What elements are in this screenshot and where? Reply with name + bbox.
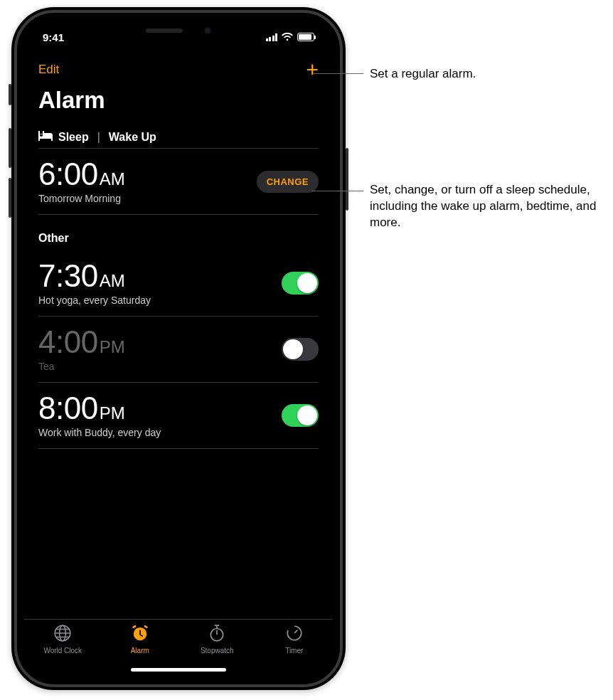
alarm-time: 8:00	[38, 391, 98, 425]
alarm-subtitle: Tea	[38, 361, 125, 372]
alarm-ampm: PM	[100, 403, 125, 423]
callout-leader-line	[314, 73, 363, 74]
alarm-subtitle: Work with Buddy, every day	[38, 427, 161, 438]
notch	[111, 20, 246, 41]
svg-rect-3	[132, 625, 137, 629]
battery-icon	[297, 33, 314, 41]
mute-switch[interactable]	[9, 84, 11, 105]
sleep-wake-ampm: AM	[100, 169, 125, 189]
alarm-time: 7:30	[38, 258, 98, 293]
world-clock-icon	[53, 624, 72, 644]
callout-add: Set a regular alarm.	[370, 66, 476, 83]
bed-icon	[38, 131, 53, 144]
cellular-signal-icon	[266, 33, 278, 41]
alarm-time: 4:00	[38, 324, 98, 359]
phone-frame: 9:41 Edit + Alarm S	[11, 7, 346, 690]
alarm-row: 7:30AM Hot yoga, every Saturday	[38, 250, 319, 317]
sleep-section-header: Sleep | Wake Up	[38, 121, 319, 149]
svg-rect-4	[144, 625, 148, 629]
alarm-row: 8:00PM Work with Buddy, every day	[38, 383, 319, 449]
change-button[interactable]: CHANGE	[257, 171, 319, 193]
tab-label: Timer	[285, 647, 303, 654]
tab-label: Stopwatch	[201, 647, 234, 654]
alarm-ampm: AM	[100, 271, 125, 290]
nav-bar: Edit +	[24, 54, 333, 85]
alarm-toggle[interactable]	[282, 404, 319, 427]
sleep-header-left: Sleep	[58, 131, 89, 144]
front-camera	[204, 27, 211, 34]
volume-up-button[interactable]	[9, 128, 11, 168]
sleep-header-right: Wake Up	[109, 131, 156, 144]
edit-button[interactable]: Edit	[38, 63, 59, 77]
volume-down-button[interactable]	[9, 178, 11, 218]
timer-icon	[285, 624, 304, 644]
alarm-clock-icon	[131, 624, 149, 644]
sleep-wake-subtitle: Tomorrow Morning	[38, 193, 125, 204]
page-title: Alarm	[24, 85, 333, 121]
screen: 9:41 Edit + Alarm S	[24, 20, 333, 677]
callout-change: Set, change, or turn off a sleep schedul…	[370, 182, 612, 231]
alarm-toggle[interactable]	[282, 272, 319, 295]
sleep-wake-time: 6:00	[38, 157, 98, 191]
tab-world-clock[interactable]: World Clock	[24, 624, 102, 677]
wifi-icon	[282, 31, 293, 43]
add-button[interactable]: +	[306, 59, 319, 80]
status-time: 9:41	[43, 31, 64, 43]
stopwatch-icon	[208, 624, 226, 644]
alarm-toggle[interactable]	[282, 338, 319, 361]
speaker-grille	[146, 28, 183, 33]
callout-leader-line	[311, 191, 363, 191]
side-button[interactable]	[346, 148, 348, 211]
tab-label: Alarm	[131, 647, 149, 654]
other-section-header: Other	[38, 215, 319, 250]
alarm-row: 4:00PM Tea	[38, 317, 319, 383]
alarm-list[interactable]: Sleep | Wake Up 6:00AM Tomorrow Morning …	[24, 121, 333, 619]
sleep-wake-row: 6:00AM Tomorrow Morning CHANGE	[38, 149, 319, 215]
alarm-subtitle: Hot yoga, every Saturday	[38, 295, 151, 306]
pipe-separator: |	[97, 131, 100, 144]
tab-label: World Clock	[43, 647, 82, 654]
tab-timer[interactable]: Timer	[256, 624, 334, 677]
home-indicator[interactable]	[131, 668, 226, 672]
alarm-ampm: PM	[100, 337, 125, 356]
